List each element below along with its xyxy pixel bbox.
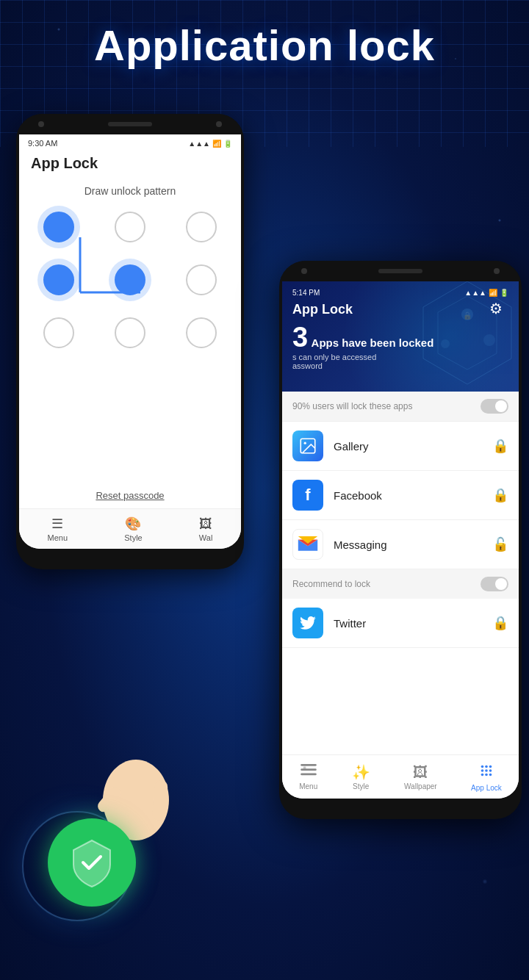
phone2-wallpaper-icon: 🖼 [413,764,428,781]
pattern-area [19,204,241,366]
phone2-wifi-icon: 📶 [489,289,497,297]
messaging-app-name: Messaging [334,538,492,551]
phone2-sub-text: s can only be accessed assword [292,353,508,370]
phone2-nav-menu-label: Menu [299,782,317,790]
app-item-twitter[interactable]: Twitter 🔒 [282,599,519,648]
phone2-screen: 🔒 5:14 PM ▲▲▲ 📶 🔋 App Lock ⚙ 3 Apps have… [282,281,519,799]
svg-point-17 [481,769,484,772]
phone1-screen: 9:30 AM ▲▲▲ 📶 🔋 App Lock Draw unlock pat… [19,134,241,549]
recommend-label: Recommend to lock [292,579,370,589]
gallery-icon [292,430,323,461]
notch-dot-right [216,121,222,127]
phone2-menu-icon [301,764,317,781]
phone1-nav-style-label: Style [124,533,142,542]
pattern-grid [34,212,226,348]
phone2-nav-style-label: Style [353,782,369,790]
messaging-icon [292,529,323,560]
pattern-dot-3[interactable] [43,264,74,295]
app-item-messaging[interactable]: Messaging 🔓 [282,520,519,569]
svg-point-9 [304,442,306,444]
pattern-dot-6[interactable] [43,317,74,348]
phone1-reset-link[interactable]: Reset passcode [19,490,241,501]
phone2-notch-speaker [378,269,422,273]
phone2-lock-count: 3 Apps have been locked [292,323,508,351]
phone1-status-bar: 9:30 AM ▲▲▲ 📶 🔋 [19,134,241,149]
phone-2: 🔒 5:14 PM ▲▲▲ 📶 🔋 App Lock ⚙ 3 Apps have… [279,261,522,819]
svg-point-16 [489,765,492,768]
wallpaper-icon: 🖼 [199,516,212,532]
facebook-lock-icon[interactable]: 🔒 [492,487,508,503]
pattern-dot-7[interactable] [115,317,145,348]
phone1-nav-wallpaper[interactable]: 🖼 Wal [199,516,213,542]
phone1-time: 9:30 AM [28,139,57,148]
phone2-battery-icon: 🔋 [500,289,508,297]
twitter-app-name: Twitter [334,617,492,630]
svg-point-21 [485,773,488,776]
phone2-toggle-row: 90% users will lock these apps [282,392,519,422]
svg-rect-12 [301,773,317,775]
toggle-switch[interactable] [481,399,508,414]
phone2-nav-wallpaper[interactable]: 🖼 Wallpaper [404,764,437,790]
pattern-dot-1[interactable] [115,212,145,242]
phone2-status-icons: ▲▲▲ 📶 🔋 [464,289,508,297]
recommend-toggle[interactable] [481,577,508,591]
phone1-bottom-nav: ☰ Menu 🎨 Style 🖼 Wal [19,508,241,549]
phone2-status-bar: 5:14 PM ▲▲▲ 📶 🔋 [292,289,508,297]
pattern-dot-4[interactable] [115,264,145,295]
phone1-nav-menu[interactable]: ☰ Menu [48,516,68,542]
phone2-header: App Lock [292,302,353,317]
phone2-style-icon: ✨ [352,763,370,781]
notch-dot-left [38,121,44,127]
settings-icon[interactable]: ⚙ [489,300,508,319]
svg-rect-11 [301,768,317,771]
pattern-dot-5[interactable] [186,264,217,295]
phone1-nav-wallpaper-label: Wal [199,533,213,542]
phone2-nav-applock[interactable]: App Lock [471,763,502,792]
notch-speaker [108,122,152,126]
gallery-lock-icon[interactable]: 🔒 [492,438,508,454]
gallery-app-name: Gallery [334,440,492,453]
phone1-notch [16,114,244,134]
battery-icon: 🔋 [223,140,232,148]
app-item-gallery[interactable]: Gallery 🔒 [282,422,519,471]
phone2-nav-wallpaper-label: Wallpaper [404,782,437,790]
messaging-lock-icon[interactable]: 🔓 [492,536,508,552]
svg-point-14 [481,765,484,768]
phone1-status-icons: ▲▲▲ 📶 🔋 [188,139,232,148]
pattern-dot-0[interactable] [43,212,74,242]
svg-rect-13 [303,766,306,769]
pattern-dot-8[interactable] [186,317,217,348]
phone1-unlock-prompt: Draw unlock pattern [19,185,241,197]
phone2-nav-style[interactable]: ✨ Style [352,763,370,790]
svg-point-19 [489,769,492,772]
phone2-bottom-nav: Menu ✨ Style 🖼 Wallpaper App Lock [282,754,519,799]
twitter-lock-icon[interactable]: 🔒 [492,615,508,631]
phone2-signal-icon: ▲▲▲ [464,289,486,297]
svg-point-15 [485,765,488,768]
phone2-notch-dot-right [494,268,500,274]
phone-1: 9:30 AM ▲▲▲ 📶 🔋 App Lock Draw unlock pat… [16,114,244,569]
style-icon: 🎨 [125,516,141,532]
svg-point-20 [481,773,484,776]
svg-point-18 [485,769,488,772]
signal-icon: ▲▲▲ [188,140,210,148]
phone2-banner: 🔒 5:14 PM ▲▲▲ 📶 🔋 App Lock ⚙ 3 Apps have… [282,281,519,392]
wifi-icon: 📶 [212,140,221,148]
phone2-nav-applock-label: App Lock [471,784,502,792]
facebook-icon: f [292,480,323,511]
phone1-nav-menu-label: Menu [48,533,68,542]
phone2-time: 5:14 PM [292,289,320,297]
phone1-nav-style[interactable]: 🎨 Style [124,516,142,542]
phone2-notch [279,261,522,281]
phone2-notch-dot-left [301,268,307,274]
svg-point-22 [489,773,492,776]
phone2-nav-menu[interactable]: Menu [299,764,317,790]
pattern-dot-2[interactable] [186,212,217,242]
phone1-header: App Lock [19,149,241,178]
shield-icon [66,837,118,888]
app-item-facebook[interactable]: f Facebook 🔒 [282,471,519,520]
svg-rect-10 [301,764,317,766]
lock-count-label: Apps have been locked [312,336,434,349]
lock-count-number: 3 [292,322,308,353]
phone2-applock-icon [478,763,494,782]
